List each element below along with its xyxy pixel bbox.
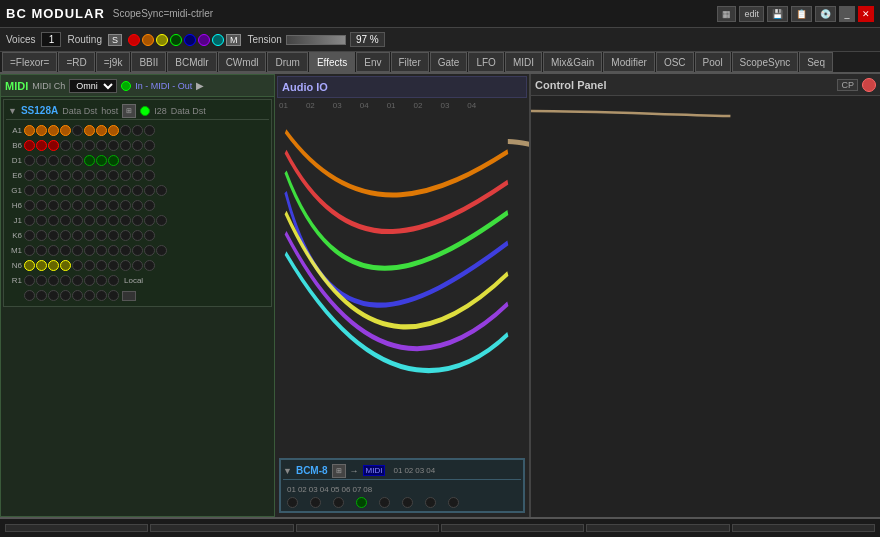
node-j4[interactable] [60, 215, 71, 226]
node-c7[interactable] [144, 140, 155, 151]
node-g1[interactable] [24, 185, 35, 196]
node-n6[interactable] [24, 260, 35, 271]
node-f2[interactable] [72, 170, 83, 181]
node-l1[interactable] [60, 230, 71, 241]
node-g6[interactable] [84, 185, 95, 196]
node-k2[interactable] [132, 215, 143, 226]
bcm-node6[interactable] [402, 497, 413, 508]
node-b3[interactable] [144, 125, 155, 136]
close-button[interactable]: ✕ [858, 6, 874, 22]
node-l6[interactable] [120, 230, 131, 241]
grid-button[interactable]: ▦ [717, 6, 736, 22]
node-g2[interactable] [36, 185, 47, 196]
tab-bbii[interactable]: BBII [131, 52, 166, 72]
tension-slider[interactable] [286, 35, 346, 45]
tab-midi[interactable]: MIDI [505, 52, 542, 72]
node-n1[interactable] [120, 245, 131, 256]
node-local1[interactable] [24, 290, 35, 301]
node-a1[interactable] [24, 125, 35, 136]
node-j5[interactable] [72, 215, 83, 226]
node-i7[interactable] [132, 200, 143, 211]
node-k7[interactable] [36, 230, 47, 241]
ss-toggle[interactable]: ▼ [8, 106, 17, 116]
node-a3[interactable] [48, 125, 59, 136]
node-i8[interactable] [144, 200, 155, 211]
node-local7[interactable] [96, 290, 107, 301]
node-c4[interactable] [108, 140, 119, 151]
bcm-node4[interactable] [356, 497, 367, 508]
node-n4[interactable] [156, 245, 167, 256]
node-g4[interactable] [60, 185, 71, 196]
node-m6[interactable] [84, 245, 95, 256]
node-g7[interactable] [96, 185, 107, 196]
save3-button[interactable]: 💿 [815, 6, 836, 22]
node-b6[interactable] [24, 140, 35, 151]
node-e7[interactable] [36, 170, 47, 181]
node-d5[interactable] [72, 155, 83, 166]
node-o7[interactable] [132, 260, 143, 271]
tab-env[interactable]: Env [356, 52, 389, 72]
node-l8[interactable] [144, 230, 155, 241]
node-c6[interactable] [132, 140, 143, 151]
node-a4[interactable] [60, 125, 71, 136]
node-l7[interactable] [132, 230, 143, 241]
node-m3[interactable] [48, 245, 59, 256]
tab-modifier[interactable]: Modifier [603, 52, 655, 72]
tab-drum[interactable]: Drum [267, 52, 307, 72]
node-f8[interactable] [144, 170, 155, 181]
node-j6[interactable] [84, 215, 95, 226]
node-f5[interactable] [108, 170, 119, 181]
node-f1[interactable] [60, 170, 71, 181]
node-f7[interactable] [132, 170, 143, 181]
node-p3[interactable] [48, 275, 59, 286]
node-local5[interactable] [72, 290, 83, 301]
node-a7[interactable] [96, 125, 107, 136]
node-m7[interactable] [96, 245, 107, 256]
bcm-node2[interactable] [310, 497, 321, 508]
node-i1[interactable] [60, 200, 71, 211]
node-d8[interactable] [108, 155, 119, 166]
node-p8[interactable] [108, 275, 119, 286]
save1-button[interactable]: 💾 [767, 6, 788, 22]
node-o4[interactable] [96, 260, 107, 271]
tab-cwmdl[interactable]: CWmdl [218, 52, 267, 72]
node-j2[interactable] [36, 215, 47, 226]
node-i2[interactable] [72, 200, 83, 211]
node-f3[interactable] [84, 170, 95, 181]
node-a5[interactable] [72, 125, 83, 136]
node-m1[interactable] [24, 245, 35, 256]
bcm-node1[interactable] [287, 497, 298, 508]
node-b2[interactable] [132, 125, 143, 136]
node-local8[interactable] [108, 290, 119, 301]
node-e2[interactable] [132, 155, 143, 166]
node-f6[interactable] [120, 170, 131, 181]
tab-seq[interactable]: Seq [799, 52, 833, 72]
node-b9[interactable] [60, 140, 71, 151]
node-i6[interactable] [120, 200, 131, 211]
bcm-node3[interactable] [333, 497, 344, 508]
node-h7[interactable] [36, 200, 47, 211]
bcm-grid-icon[interactable]: ⊞ [332, 464, 346, 478]
node-p2b[interactable] [36, 275, 47, 286]
tab-gate[interactable]: Gate [430, 52, 468, 72]
node-b8[interactable] [48, 140, 59, 151]
tab-lfo[interactable]: LFO [468, 52, 503, 72]
node-m8[interactable] [108, 245, 119, 256]
bcm-node8[interactable] [448, 497, 459, 508]
node-l3[interactable] [84, 230, 95, 241]
tab-rd[interactable]: =RD [58, 52, 94, 72]
node-d1[interactable] [24, 155, 35, 166]
node-c2[interactable] [84, 140, 95, 151]
node-local4[interactable] [60, 290, 71, 301]
node-p5[interactable] [72, 275, 83, 286]
node-e8[interactable] [48, 170, 59, 181]
bcm-node5[interactable] [379, 497, 390, 508]
node-i4[interactable] [96, 200, 107, 211]
node-m5[interactable] [72, 245, 83, 256]
tab-osc[interactable]: OSC [656, 52, 694, 72]
node-p6[interactable] [84, 275, 95, 286]
bcm-node7[interactable] [425, 497, 436, 508]
node-b7[interactable] [36, 140, 47, 151]
node-g3[interactable] [48, 185, 59, 196]
node-o6[interactable] [120, 260, 131, 271]
